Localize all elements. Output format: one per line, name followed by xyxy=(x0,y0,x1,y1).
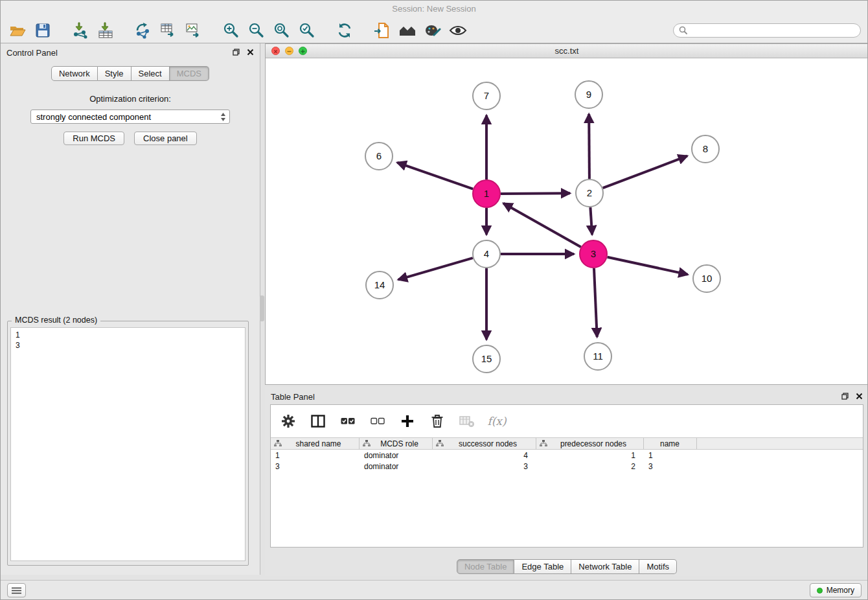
graph-node-label: 8 xyxy=(703,143,708,154)
tab-node-table[interactable]: Node Table xyxy=(457,559,515,574)
mcds-result-textarea[interactable]: 13 xyxy=(10,327,246,561)
memory-status-icon xyxy=(817,588,823,594)
column-header-mcds-role[interactable]: MCDS role xyxy=(360,438,433,449)
graph-node-9[interactable]: 9 xyxy=(575,81,602,108)
column-header-predecessor-nodes[interactable]: predecessor nodes xyxy=(536,438,644,449)
network-canvas[interactable]: 7968124314101511 xyxy=(266,58,868,384)
zoom-fit-button[interactable] xyxy=(271,20,292,41)
main-toolbar xyxy=(1,17,867,43)
function-builder-button[interactable]: f(x) xyxy=(488,413,505,430)
zoom-selected-button[interactable] xyxy=(297,20,317,41)
network-window-title: scc.txt xyxy=(266,46,868,56)
table-cell[interactable]: 2 xyxy=(536,462,644,471)
import-network-button[interactable] xyxy=(70,20,91,41)
graph-node-15[interactable]: 15 xyxy=(473,345,500,373)
tab-select[interactable]: Select xyxy=(131,66,170,81)
control-panel-close-button[interactable] xyxy=(246,48,255,56)
tab-mcds[interactable]: MCDS xyxy=(170,66,209,81)
graph-edge-1-2[interactable] xyxy=(501,193,570,194)
export-table-button[interactable] xyxy=(158,20,179,41)
select-all-columns-button[interactable] xyxy=(339,413,356,430)
style-button[interactable] xyxy=(422,20,443,41)
column-tree-icon xyxy=(363,440,371,447)
deselect-all-columns-button[interactable] xyxy=(369,413,386,430)
graph-node-6[interactable]: 6 xyxy=(365,143,393,170)
column-header-name[interactable]: name xyxy=(644,438,697,449)
import-table-button[interactable] xyxy=(95,20,116,41)
tab-network-table[interactable]: Network Table xyxy=(571,559,639,574)
table-row[interactable]: 1dominator411 xyxy=(271,450,863,461)
delete-table-icon xyxy=(459,415,475,428)
tab-style[interactable]: Style xyxy=(98,66,131,81)
table-cell[interactable]: 3 xyxy=(433,462,536,471)
network-window-titlebar[interactable]: scc.txt xyxy=(266,44,868,58)
table-row[interactable]: 3dominator323 xyxy=(271,461,863,472)
task-history-button[interactable] xyxy=(7,583,26,597)
graph-node-8[interactable]: 8 xyxy=(692,135,719,163)
tab-network[interactable]: Network xyxy=(51,66,98,81)
table-cell[interactable]: 3 xyxy=(271,462,360,471)
window-titlebar[interactable]: Session: New Session xyxy=(1,1,867,17)
tab-motifs[interactable]: Motifs xyxy=(639,559,677,574)
zoom-in-button[interactable] xyxy=(221,20,242,41)
graph-node-1[interactable]: 1 xyxy=(473,180,500,207)
create-column-button[interactable] xyxy=(399,413,416,430)
table-cell[interactable]: 1 xyxy=(644,451,697,460)
column-header-successor-nodes[interactable]: successor nodes xyxy=(433,438,536,449)
graph-node-4[interactable]: 4 xyxy=(473,240,500,268)
column-header-shared-name[interactable]: shared name xyxy=(271,438,360,449)
graph-node-3[interactable]: 3 xyxy=(580,240,607,268)
table-cell[interactable]: dominator xyxy=(360,451,433,460)
zoom-out-button[interactable] xyxy=(246,20,267,41)
control-panel-float-button[interactable] xyxy=(232,48,240,56)
graph-edge-2-8[interactable] xyxy=(603,156,687,189)
graph-edge-3-1[interactable] xyxy=(503,203,581,248)
search-input[interactable] xyxy=(691,26,855,35)
table-cell[interactable]: dominator xyxy=(360,462,433,471)
graph-node-label: 10 xyxy=(702,273,713,284)
graph-node-11[interactable]: 11 xyxy=(584,343,611,370)
memory-button[interactable]: Memory xyxy=(810,583,862,597)
graph-edge-1-6[interactable] xyxy=(397,163,473,189)
toolbar-search[interactable] xyxy=(673,23,861,38)
refresh-view-button[interactable] xyxy=(334,20,355,41)
show-columns-button[interactable] xyxy=(310,413,326,430)
graph-node-7[interactable]: 7 xyxy=(473,82,500,110)
graph-node-2[interactable]: 2 xyxy=(576,179,603,207)
save-session-button[interactable] xyxy=(32,20,53,41)
table-panel-float-button[interactable] xyxy=(841,392,849,400)
paste-document-button[interactable] xyxy=(372,20,393,41)
table-cell[interactable]: 3 xyxy=(644,462,697,471)
table-cell[interactable]: 4 xyxy=(433,451,536,460)
graph-node-14[interactable]: 14 xyxy=(366,271,393,299)
home-layout-button[interactable] xyxy=(397,20,418,41)
graph-edge-3-10[interactable] xyxy=(608,257,688,275)
table-settings-button[interactable] xyxy=(280,413,297,430)
style-palette-icon xyxy=(424,22,441,39)
table-cell[interactable]: 1 xyxy=(271,451,360,460)
graph-node-10[interactable]: 10 xyxy=(693,265,720,292)
delete-table-button[interactable] xyxy=(459,413,475,430)
open-session-button[interactable] xyxy=(7,20,28,41)
close-panel-button[interactable]: Close panel xyxy=(134,132,197,145)
save-icon xyxy=(35,23,51,38)
graph-edge-2-3[interactable] xyxy=(590,207,592,235)
new-network-from-selection-button[interactable] xyxy=(133,20,154,41)
tab-edge-table[interactable]: Edge Table xyxy=(514,559,571,574)
table-header-row: shared name MCDS role successor nodes pr… xyxy=(271,437,863,450)
image-export-icon xyxy=(185,22,202,39)
criterion-dropdown[interactable]: strongly connected component xyxy=(30,110,230,124)
table-export-icon xyxy=(160,22,177,39)
run-mcds-button[interactable]: Run MCDS xyxy=(63,132,124,145)
delete-column-button[interactable] xyxy=(429,413,446,430)
graph-edge-4-14[interactable] xyxy=(398,258,473,280)
table-panel-close-button[interactable] xyxy=(855,392,863,400)
export-image-button[interactable] xyxy=(183,20,204,41)
graph-edge-3-11[interactable] xyxy=(594,268,597,337)
panel-splitter-handle[interactable] xyxy=(260,295,264,321)
show-hide-button[interactable] xyxy=(448,20,468,41)
graph-edge-2-9[interactable] xyxy=(589,114,589,179)
table-cell[interactable]: 1 xyxy=(536,451,644,460)
table-body: 1dominator4113dominator323 xyxy=(271,450,863,472)
list-icon xyxy=(12,587,21,594)
